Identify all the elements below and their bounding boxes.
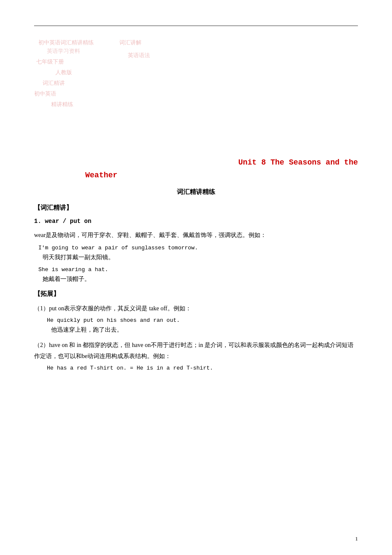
expand-item-2-label: （2）	[34, 342, 49, 348]
example-1-chinese: 明天我打算戴一副太阳镜。	[43, 254, 358, 261]
expand-item-1-content: put on表示穿衣服的动作，其反义词是 take off。例如：	[49, 305, 191, 312]
section-heading: 词汇精讲精练	[34, 188, 358, 196]
watermark-6: 初中英语	[34, 90, 56, 98]
expand-item-2-text: （2）have on 和 in 都指穿的状态，但 have on不用于进行时态；…	[34, 340, 358, 361]
watermark-3: 七年级下册	[36, 58, 64, 66]
vocab-section-title: 【词汇精讲】	[34, 204, 358, 212]
expand-item-2-content: have on 和 in 都指穿的状态，但 have on不用于进行时态；in …	[34, 342, 354, 359]
expand-item-2-english: He has a red T-shirt on. = He is in a re…	[47, 365, 358, 371]
expand-item-1-label: （1）	[34, 305, 49, 312]
vocab-item-1: 1. wear / put on wear是及物动词，可用于穿衣、穿鞋、戴帽子、…	[34, 218, 358, 283]
unit-title-area: Unit 8 The Seasons and the	[34, 158, 358, 167]
vocab-item-1-title: 1. wear / put on	[34, 218, 358, 225]
example-1: I'm going to wear a pair of sunglasses t…	[34, 245, 358, 261]
expand-item-1-text: （1）put on表示穿衣服的动作，其反义词是 take off。例如：	[34, 303, 358, 314]
watermark-4: 人教版	[55, 69, 72, 76]
example-2-chinese: 她戴着一顶帽子。	[43, 275, 358, 283]
vocab-item-1-description: wear是及物动词，可用于穿衣、穿鞋、戴帽子、戴手套、佩戴首饰等，强调状态。例如…	[34, 230, 358, 240]
example-2-english: She is wearing a hat.	[38, 266, 358, 273]
watermark-2: 英语学习资料	[47, 47, 80, 55]
expand-item-1: （1）put on表示穿衣服的动作，其反义词是 take off。例如： He …	[34, 303, 358, 334]
watermark-7: 精讲精练	[51, 101, 73, 108]
expand-section: 【拓展】 （1）put on表示穿衣服的动作，其反义词是 take off。例如…	[34, 290, 358, 371]
expand-item-2: （2）have on 和 in 都指穿的状态，但 have on不用于进行时态；…	[34, 340, 358, 371]
example-1-english: I'm going to wear a pair of sunglasses t…	[38, 245, 358, 251]
unit-title-line1: Unit 8 The Seasons and the	[34, 158, 358, 167]
watermark-8: 词汇讲解	[119, 39, 141, 46]
expand-item-1-chinese: 他迅速穿上鞋，跑了出去。	[51, 326, 358, 334]
top-line	[34, 26, 358, 26]
expand-item-1-english: He quickly put on his shoes and ran out.	[47, 317, 358, 324]
watermark-5: 词汇精讲	[43, 79, 65, 87]
example-2: She is wearing a hat. 她戴着一顶帽子。	[34, 266, 358, 283]
watermark-area: 初中英语词汇精讲精练 英语学习资料 七年级下册 人教版 词汇精讲 初中英语 精讲…	[34, 35, 358, 154]
page-number: 1	[355, 535, 358, 542]
watermark-9: 英语语法	[128, 52, 150, 59]
expand-title: 【拓展】	[34, 290, 358, 298]
watermark-1: 初中英语词汇精讲精练	[38, 39, 94, 46]
unit-title-line2: Weather	[85, 171, 358, 179]
